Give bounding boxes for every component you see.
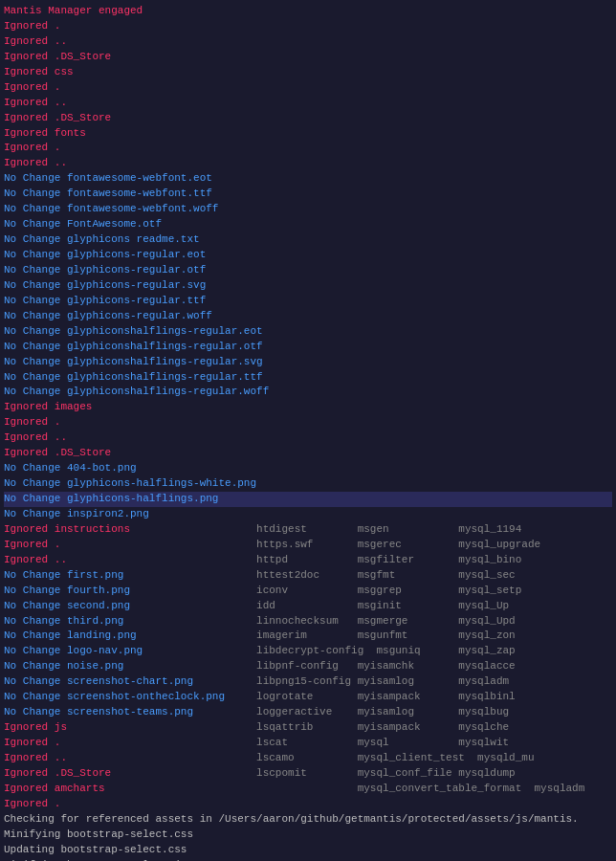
title-line: Mantis Manager engaged [4,4,612,19]
log-line: No Change FontAwesome.otf [4,217,612,232]
log-line: Checking for referenced assets in /Users… [4,812,612,828]
log-line: No Change glyphiconshalflings-regular.eo… [4,324,612,340]
log-line: Minifying bootstrap-select.css [4,828,612,843]
log-line: Ignored images [4,400,612,415]
log-line: No Change first.png httest2doc msgfmt my… [4,568,612,584]
log-line: No Change glyphiconshalflings-regular.wo… [4,385,612,400]
log-line: Ignored .. [4,430,612,446]
log-line: Updating bootstrap-select.css [4,843,612,858]
log-line: No Change glyphiconshalflings-regular.sv… [4,355,612,370]
log-line: No Change third.png linnochecksum msgmer… [4,614,612,629]
log-line: Ignored .DS_Store [4,446,612,461]
log-line: Ignored .. lscamo mysql_client_test mysq… [4,751,612,766]
log-line: No Change glyphicons-regular.eot [4,248,612,263]
log-line: No Change screenshot-teams.png loggeract… [4,705,612,720]
log-line: Ignored .DS_Store lscpomit mysql_conf_fi… [4,766,612,782]
log-line: No Change glyphiconshalflings-regular.ot… [4,340,612,355]
log-line: No Change glyphicons-halflings-white.png [4,476,612,492]
log-line: No Change glyphicons-regular.woff [4,309,612,324]
log-line: No Change inspiron2.png [4,507,612,522]
log-line: Ignored . [4,19,612,34]
log-line: No Change screenshot-chart.png libpng15-… [4,674,612,690]
log-line: No Change fourth.png iconv msggrep mysql… [4,584,612,599]
log-line: Ignored .. [4,34,612,50]
log-line: No Change fontawesome-webfont.ttf [4,187,612,202]
log-line: No Change screenshot-ontheclock.png logr… [4,690,612,705]
log-line: Ignored . [4,797,612,812]
log-line: Ignored .DS_Store [4,111,612,126]
log-line: No Change glyphicons readme.txt [4,232,612,248]
log-line: No Change glyphicons-regular.svg [4,278,612,294]
log-line: Ignored fonts [4,126,612,142]
log-line: Ignored css [4,65,612,80]
log-line: Ignored .. [4,156,612,171]
log-line: No Change noise.png libpnf-config myisam… [4,659,612,674]
log-line: Ignored . [4,415,612,430]
log-line: No Change glyphiconshalflings-regular.tt… [4,370,612,386]
log-line: Ignored . [4,80,612,96]
log-line: No Change glyphicons-regular.ttf [4,294,612,309]
log-line: Minifying bootstrap-select.js [4,858,612,862]
log-line: Ignored js lsqattrib myisampack mysqlche [4,720,612,736]
log-line: Ignored . lscat mysql mysqlwit [4,736,612,751]
log-line: No Change second.png idd msginit mysql_U… [4,599,612,614]
log-line: No Change 404-bot.png [4,461,612,476]
log-line: Ignored amcharts mysql_convert_table_for… [4,782,612,797]
log-line-highlighted: No Change glyphicons-halflings.png [4,492,612,507]
log-line: No Change landing.png imagerim msgunfmt … [4,629,612,644]
log-line: No Change fontawesome-webfont.eot [4,171,612,187]
log-line: Ignored . [4,141,612,156]
log-line: Ignored .DS_Store [4,50,612,65]
log-line: Ignored .. httpd msgfilter mysql_bino [4,553,612,568]
log-line: Ignored . https.swf msgerec mysql_upgrad… [4,538,612,553]
log-line: No Change logo-nav.png libdecrypt-config… [4,644,612,659]
log-line: No Change fontawesome-webfont.woff [4,202,612,217]
terminal-output: Mantis Manager engaged Ignored . Ignored… [4,4,612,861]
log-line: Ignored .. [4,96,612,111]
log-line: Ignored instructions htdigest msgen mysq… [4,522,612,538]
log-line: No Change glyphicons-regular.otf [4,263,612,278]
